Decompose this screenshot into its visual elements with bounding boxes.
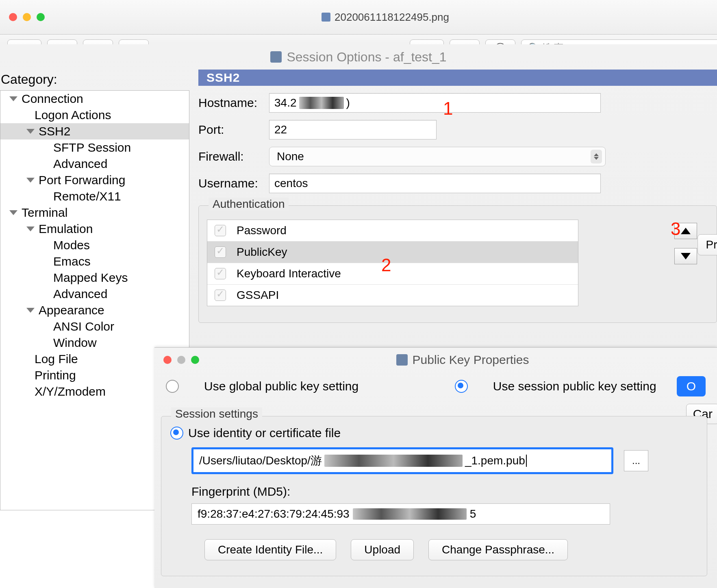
tree-item[interactable]: SFTP Session: [0, 139, 189, 156]
public-key-properties-window: Public Key Properties Use global public …: [154, 347, 717, 588]
redacted: [299, 97, 344, 109]
port-label: Port:: [198, 123, 269, 137]
tree-item[interactable]: Advanced: [0, 286, 189, 302]
select-arrows-icon: [591, 150, 602, 163]
preview-titlebar: 2020061118122495.png: [0, 0, 717, 35]
pk-icon: [396, 354, 408, 366]
radio-identity-label: Use identity or certificate file: [188, 426, 341, 440]
redacted: [353, 508, 467, 520]
hostname-input[interactable]: 34.2 ): [269, 93, 601, 113]
preview-filename: 2020061118122495.png: [335, 11, 449, 24]
chevron-down-icon: [9, 96, 17, 101]
window-close[interactable]: [9, 13, 17, 21]
category-heading: Category:: [0, 70, 189, 90]
annotation-2: 2: [381, 255, 391, 275]
tree-item[interactable]: SSH2: [0, 123, 189, 139]
auth-item[interactable]: Keyboard Interactive: [207, 263, 578, 285]
radio-identity[interactable]: [170, 427, 183, 440]
username-label: Username:: [198, 176, 269, 190]
tree-item[interactable]: Mapped Keys: [0, 270, 189, 286]
checkbox[interactable]: [215, 246, 226, 258]
tree-item[interactable]: Logon Actions: [0, 107, 189, 123]
tree-item[interactable]: Connection: [0, 91, 189, 107]
session-settings-legend: Session settings: [171, 407, 262, 420]
radio-session[interactable]: [455, 380, 468, 393]
file-icon: [322, 13, 330, 22]
change-passphrase-button[interactable]: Change Passphrase...: [428, 539, 568, 560]
app-icon: [270, 51, 282, 63]
checkbox[interactable]: [215, 225, 226, 236]
tree-item[interactable]: Modes: [0, 237, 189, 253]
radio-global-label: Use global public key setting: [204, 379, 358, 393]
redacted: [324, 455, 463, 467]
properties-button[interactable]: Properties.: [697, 234, 717, 255]
window-minimize[interactable]: [23, 13, 31, 21]
checkbox[interactable]: [215, 268, 226, 279]
hostname-label: Hostname:: [198, 96, 269, 110]
auth-item[interactable]: PublicKey: [207, 242, 578, 263]
username-input[interactable]: centos: [269, 174, 601, 193]
browse-button[interactable]: ...: [624, 450, 648, 471]
session-options-title: Session Options - af_test_1: [287, 44, 446, 70]
auth-item[interactable]: GSSAPI: [207, 285, 578, 306]
firewall-label: Firewall:: [198, 150, 269, 163]
upload-button[interactable]: Upload: [351, 539, 414, 560]
text-cursor: [526, 455, 527, 467]
session-settings-group: Session settings Use identity or certifi…: [161, 416, 707, 576]
auth-legend: Authentication: [209, 198, 289, 211]
tree-item[interactable]: Emulation: [0, 221, 189, 237]
annotation-3: 3: [671, 219, 680, 239]
chevron-down-icon: [26, 178, 35, 183]
tree-item[interactable]: Remote/X11: [0, 188, 189, 205]
ssh2-section-header: SSH2: [198, 70, 717, 86]
firewall-select[interactable]: None: [269, 147, 606, 166]
fingerprint-value: f9:28:37:e4:27:63:79:24:45:93 5: [191, 503, 610, 525]
tree-item[interactable]: Terminal: [0, 205, 189, 221]
pk-title: Public Key Properties: [413, 353, 529, 367]
checkbox[interactable]: [215, 290, 226, 301]
authentication-group: Authentication PasswordPublicKeyKeyboard…: [198, 205, 717, 323]
tree-item[interactable]: Appearance: [0, 302, 189, 318]
chevron-down-icon: [9, 210, 17, 215]
annotation-1: 1: [443, 98, 453, 119]
auth-move-down[interactable]: [674, 248, 697, 264]
auth-method-list[interactable]: PasswordPublicKeyKeyboard InteractiveGSS…: [207, 220, 578, 306]
fingerprint-label: Fingerprint (MD5):: [191, 485, 698, 499]
identity-file-input[interactable]: /Users/liutao/Desktop/游 _1.pem.pub: [191, 447, 613, 474]
port-input[interactable]: 22: [269, 120, 437, 139]
radio-global[interactable]: [166, 380, 179, 393]
pk-window-minimize[interactable]: [177, 356, 185, 364]
chevron-down-icon: [26, 226, 35, 231]
pk-window-zoom[interactable]: [191, 356, 199, 364]
radio-session-label: Use session public key setting: [493, 379, 656, 393]
window-zoom[interactable]: [37, 13, 45, 21]
tree-item[interactable]: ANSI Color: [0, 318, 189, 335]
ok-button[interactable]: O: [677, 376, 706, 396]
tree-item[interactable]: Port Forwarding: [0, 172, 189, 188]
create-identity-button[interactable]: Create Identity File...: [204, 539, 336, 560]
chevron-down-icon: [26, 129, 35, 134]
tree-item[interactable]: Emacs: [0, 253, 189, 270]
pk-window-close[interactable]: [163, 356, 172, 364]
auth-item[interactable]: Password: [207, 220, 578, 242]
chevron-down-icon: [26, 308, 35, 313]
tree-item[interactable]: Advanced: [0, 156, 189, 172]
